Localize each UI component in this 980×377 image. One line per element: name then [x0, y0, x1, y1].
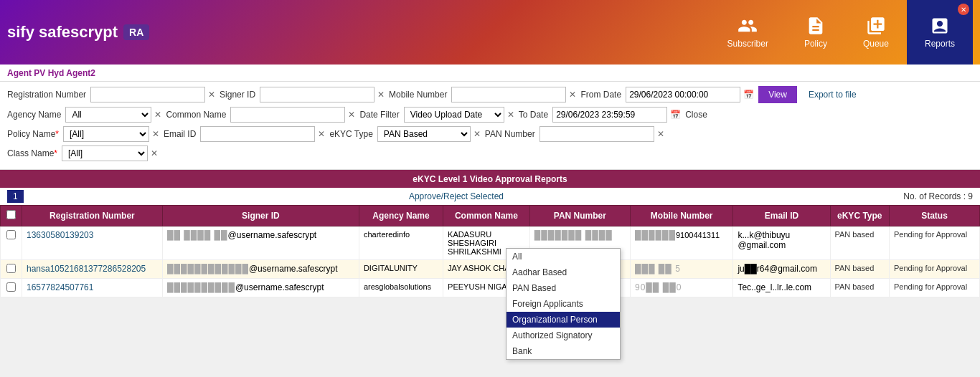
row2-reg-link[interactable]: hansa10521681377286528205: [27, 264, 146, 274]
row1-reg-link[interactable]: 13630580139203: [27, 230, 93, 240]
row1-signer-blurred: ██ ████ ██: [167, 230, 228, 240]
col-common-name: Common Name: [443, 206, 530, 226]
row2-checkbox[interactable]: [6, 264, 16, 273]
row3-agency: aresglobalsolutions: [359, 279, 443, 297]
row2-mobile: ███ ██ 5: [630, 260, 732, 279]
agency-name-clear[interactable]: ✕: [154, 110, 161, 120]
to-date-label: To Date: [519, 110, 548, 120]
from-date-label: From Date: [580, 90, 621, 100]
policy-name-select[interactable]: [All]: [63, 126, 149, 142]
table-title-bar: eKYC Level 1 Video Approval Reports: [0, 170, 980, 188]
row3-reg-link[interactable]: 16577824507761: [27, 282, 93, 292]
dropdown-option-auth[interactable]: Authorized Signatory: [507, 328, 620, 343]
table-row: 16577824507761 ██████████@username.safes…: [1, 279, 980, 297]
row1-signer-domain: @username.safescrypt: [228, 230, 317, 240]
row3-checkbox[interactable]: [6, 282, 16, 292]
date-filter-clear[interactable]: ✕: [507, 110, 514, 120]
filter-row-1: Registration Number ✕ Signer ID ✕ Mobile…: [7, 86, 973, 103]
row2-signer-blurred: ████████████: [167, 264, 249, 274]
filter-row-2: Agency Name All ✕ Common Name ✕ Date Fil…: [7, 107, 973, 123]
row3-checkbox-cell: [1, 279, 22, 297]
nav-items: Subscriber Policy Queue ✕ Reports: [710, 0, 973, 65]
col-mobile-number: Mobile Number: [630, 206, 732, 226]
row1-email: k...k@thibuyu@gmail.com: [733, 226, 830, 260]
row3-signer-domain: @username.safescrypt: [235, 282, 324, 292]
pan-number-label: PAN Number: [485, 129, 535, 139]
row2-email: ju██r64@gmail.com: [733, 260, 830, 279]
dropdown-option-aadhar[interactable]: Aadhar Based: [507, 264, 620, 280]
nav-reports[interactable]: ✕ Reports: [907, 0, 973, 65]
nav-policy[interactable]: Policy: [786, 0, 845, 65]
nav-queue[interactable]: Queue: [845, 0, 907, 65]
dropdown-option-pan[interactable]: PAN Based: [507, 280, 620, 296]
calendar-icon[interactable]: 📅: [743, 90, 754, 100]
to-date-input[interactable]: [552, 107, 667, 123]
reg-num-label: Registration Number: [7, 90, 86, 100]
col-checkbox: [1, 206, 22, 226]
dropdown-option-foreign[interactable]: Foreign Applicants: [507, 296, 620, 312]
date-filter-select[interactable]: Video Upload Date: [404, 107, 504, 123]
table-row: hansa10521681377286528205 ████████████@u…: [1, 260, 980, 279]
nav-reports-label: Reports: [925, 39, 955, 49]
dropdown-option-org[interactable]: Organizational Person: [507, 312, 620, 328]
mobile-num-clear[interactable]: ✕: [569, 90, 576, 100]
row3-mobile: 90██ ██0: [630, 279, 732, 297]
filter-row-4: Class Name* [All] ✕: [7, 145, 973, 161]
col-status: Status: [890, 206, 980, 226]
dropdown-option-all[interactable]: All: [507, 249, 620, 264]
common-name-input[interactable]: [230, 107, 345, 123]
common-name-clear[interactable]: ✕: [348, 110, 355, 120]
row3-mobile-blurred: 90██ ██0: [635, 282, 682, 292]
mobile-num-input[interactable]: [451, 87, 566, 102]
row1-checkbox[interactable]: [6, 230, 16, 239]
signer-id-input[interactable]: [260, 87, 374, 102]
row3-status: Pending for Approval: [890, 279, 980, 297]
from-date-input[interactable]: [626, 87, 740, 102]
ekyc-type-clear[interactable]: ✕: [473, 129, 481, 139]
email-id-clear[interactable]: ✕: [318, 129, 325, 139]
pan-number-input[interactable]: [540, 126, 654, 142]
pan-number-clear[interactable]: ✕: [657, 129, 664, 139]
signer-id-clear[interactable]: ✕: [377, 90, 385, 100]
agency-name-select[interactable]: All: [65, 107, 151, 123]
class-name-select[interactable]: [All]: [62, 145, 148, 161]
common-name-label: Common Name: [166, 110, 226, 120]
row1-agency: charteredinfo: [359, 226, 443, 260]
table-container: Registration Number Signer ID Agency Nam…: [0, 205, 980, 297]
row3-email-text: Tec..ge_l..lr..le.com: [738, 282, 811, 292]
close-icon[interactable]: ✕: [958, 4, 969, 15]
approve-reject-link[interactable]: Approve/Reject Selected: [409, 191, 504, 201]
col-email-id: Email ID: [733, 206, 830, 226]
nav-policy-label: Policy: [804, 39, 827, 49]
filter-row-3: Policy Name* [All] ✕ Email ID ✕ eKYC Typ…: [7, 126, 973, 142]
nav-subscriber[interactable]: Subscriber: [710, 0, 786, 65]
row2-email-text: ju██r64@gmail.com: [738, 264, 817, 274]
policy-name-clear[interactable]: ✕: [152, 129, 159, 139]
close-button[interactable]: Close: [685, 110, 707, 120]
row1-mobile-blurred: ██████: [635, 230, 676, 240]
view-button[interactable]: View: [758, 86, 797, 103]
row1-reg-num: 13630580139203: [22, 226, 163, 260]
dropdown-option-bank[interactable]: Bank: [507, 343, 620, 359]
email-id-input[interactable]: [200, 126, 315, 142]
select-all-checkbox[interactable]: [6, 210, 16, 219]
row3-reg-num: 16577824507761: [22, 279, 163, 297]
reg-num-clear[interactable]: ✕: [208, 90, 215, 100]
col-reg-num: Registration Number: [22, 206, 163, 226]
logo-text: sify safescrypt: [7, 23, 118, 42]
to-date-calendar-icon[interactable]: 📅: [670, 110, 681, 120]
data-table: Registration Number Signer ID Agency Nam…: [0, 205, 980, 297]
row1-pan-blurred: ███████ ████: [534, 230, 613, 240]
signer-id-label: Signer ID: [220, 90, 255, 100]
policy-name-label: Policy Name*: [7, 129, 59, 139]
email-id-label: Email ID: [164, 129, 196, 139]
class-name-label: Class Name*: [7, 148, 57, 158]
col-agency-name: Agency Name: [359, 206, 443, 226]
class-name-clear[interactable]: ✕: [151, 148, 158, 158]
logo-area: sify safescrypt RA: [7, 23, 149, 42]
page-num-btn[interactable]: 1: [7, 190, 24, 203]
export-link[interactable]: Export to file: [809, 90, 857, 100]
reg-num-input[interactable]: [90, 87, 205, 102]
row3-email: Tec..ge_l..lr..le.com: [733, 279, 830, 297]
ekyc-type-select[interactable]: PAN Based: [377, 126, 471, 142]
